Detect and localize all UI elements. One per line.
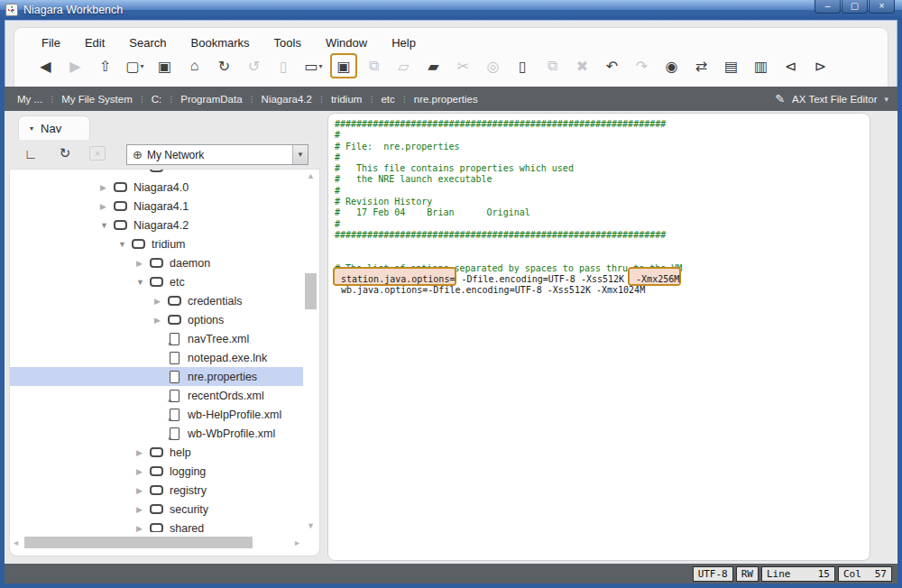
import-icon[interactable]: ▰ xyxy=(419,54,448,78)
flag-forward-icon[interactable]: ⊳ xyxy=(805,54,835,78)
tree-item-notepad-exe-lnk[interactable]: notepad.exe.lnk xyxy=(10,348,303,367)
expand-arrow-icon[interactable]: ▶ xyxy=(100,183,114,192)
tree-item-wb-wbprofile-xml[interactable]: wb-WbProfile.xml xyxy=(10,424,303,443)
col-indicator: Col 57 xyxy=(838,566,892,582)
tree-item-help[interactable]: ▶help xyxy=(10,443,303,462)
open-folder-icon[interactable]: ▭▾ xyxy=(299,54,328,78)
nav-toolbar: ∟↻× xyxy=(21,145,106,161)
expand-arrow-icon[interactable]: ▶ xyxy=(136,259,150,268)
view-switcher[interactable]: ✎ AX Text File Editor ▾ xyxy=(775,92,888,106)
folder-icon xyxy=(114,220,127,230)
breadcrumb-separator-icon: ⋮ xyxy=(167,95,175,104)
menu-item-search[interactable]: Search xyxy=(129,36,166,50)
nav-tree-icon[interactable]: ∟ xyxy=(21,146,41,161)
tree-item-shared[interactable]: ▶shared xyxy=(10,519,303,532)
tree-item-label: tridium xyxy=(152,238,186,251)
tree-vertical-scrollbar[interactable]: ▲ ▼ xyxy=(304,171,318,530)
tree-item-logging[interactable]: ▶logging xyxy=(10,462,303,481)
breadcrumb-item-nre-properties[interactable]: nre.properties xyxy=(414,94,478,105)
undo-icon[interactable]: ↶ xyxy=(597,54,627,78)
tree-horizontal-scrollbar[interactable]: ◂ ▸ xyxy=(14,537,299,548)
combo-dropdown-button[interactable]: ▼ xyxy=(292,145,308,164)
text-editor[interactable]: ########################################… xyxy=(327,113,870,561)
refresh-icon[interactable]: ↻ xyxy=(209,54,239,78)
tree-item-registry[interactable]: ▶registry xyxy=(10,481,303,500)
breadcrumb-item-my[interactable]: My ... xyxy=(17,94,42,105)
rename-icon[interactable]: ⇄ xyxy=(686,54,716,78)
tree-item-niagara4-2[interactable]: ▼Niagara4.2 xyxy=(10,216,303,234)
expand-arrow-icon[interactable]: ▶ xyxy=(136,524,150,533)
scroll-left-icon[interactable]: ◂ xyxy=(14,537,18,548)
expand-arrow-icon[interactable]: ▶ xyxy=(136,505,150,514)
code-segment: # xyxy=(335,152,340,162)
expand-arrow-icon[interactable]: ▶ xyxy=(136,486,150,495)
expand-arrow-icon[interactable]: ▶ xyxy=(136,448,150,457)
menu-toolbar-card: FileEditSearchBookmarksToolsWindowHelp ◀… xyxy=(14,27,888,87)
menu-item-file[interactable]: File xyxy=(41,36,60,50)
tree-item-credentials[interactable]: ▶credentials xyxy=(10,291,303,310)
tree-item-partial[interactable] xyxy=(10,170,303,178)
minimize-button[interactable]: ‒ xyxy=(815,0,841,14)
maximize-button[interactable]: ▢ xyxy=(842,0,868,14)
tree-item-label: registry xyxy=(170,484,207,497)
expand-arrow-icon[interactable]: ▶ xyxy=(154,297,168,306)
home-icon[interactable]: ⌂ xyxy=(179,54,209,78)
tree-item-daemon[interactable]: ▶daemon xyxy=(10,253,303,272)
breadcrumb-item-etc[interactable]: etc xyxy=(381,94,394,105)
scroll-up-icon[interactable]: ▲ xyxy=(304,171,318,180)
tree-item-niagara4-0[interactable]: ▶Niagara4.0 xyxy=(10,178,303,197)
up-level-icon[interactable]: ⇧ xyxy=(90,54,120,78)
code-segment: ########################################… xyxy=(335,230,666,240)
nav-refresh-icon[interactable]: ↻ xyxy=(55,145,75,161)
tree-item-etc[interactable]: ▼etc xyxy=(10,272,303,291)
station-icon[interactable]: ▣ xyxy=(150,54,179,78)
menu-item-help[interactable]: Help xyxy=(391,36,416,50)
tree-item-recentords-xml[interactable]: recentOrds.xml xyxy=(10,386,303,405)
active-plugin-icon[interactable]: ▢▾ xyxy=(120,54,150,78)
folder-pages-icon[interactable]: ▤ xyxy=(716,54,746,78)
breadcrumb-item-niagara4-2[interactable]: Niagara4.2 xyxy=(262,94,312,105)
tree-item-nre-properties[interactable]: nre.properties xyxy=(10,367,303,386)
vertical-scroll-thumb[interactable] xyxy=(305,273,317,309)
collapse-arrow-icon[interactable]: ▼ xyxy=(136,278,150,287)
collapse-arrow-icon[interactable]: ▼ xyxy=(118,240,132,249)
tree-item-label: daemon xyxy=(170,257,210,270)
editor-content[interactable]: ########################################… xyxy=(328,114,870,297)
expand-arrow-icon[interactable]: ▶ xyxy=(100,202,114,211)
tree-item-options[interactable]: ▶options xyxy=(10,310,303,329)
horizontal-scroll-thumb[interactable] xyxy=(24,537,253,548)
expand-arrow-icon[interactable]: ▶ xyxy=(136,467,150,476)
breadcrumb-item-programdata[interactable]: ProgramData xyxy=(180,94,242,105)
menu-item-edit[interactable]: Edit xyxy=(85,36,105,50)
flag-back-icon[interactable]: ⊲ xyxy=(776,54,805,78)
tree-item-navtree-xml[interactable]: navTree.xml xyxy=(10,329,303,348)
breadcrumb-separator-icon: ⋮ xyxy=(318,95,326,104)
breadcrumb-item-c[interactable]: C: xyxy=(152,94,162,105)
close-button[interactable]: × xyxy=(869,0,895,14)
folder-home-icon[interactable]: ▥ xyxy=(746,54,776,78)
tree-item-tridium[interactable]: ▼tridium xyxy=(10,234,303,253)
tree-item-security[interactable]: ▶security xyxy=(10,500,303,519)
menu-item-bookmarks[interactable]: Bookmarks xyxy=(191,36,250,50)
scroll-down-icon[interactable]: ▼ xyxy=(304,521,318,530)
breadcrumb-separator-icon: ⋮ xyxy=(138,95,146,104)
tree-item-wb-helpprofile-xml[interactable]: wb-HelpProfile.xml xyxy=(10,405,303,424)
collapse-arrow-icon[interactable]: ▼ xyxy=(100,221,114,230)
paste-icon[interactable]: ▯ xyxy=(508,54,538,78)
tree-item-niagara4-1[interactable]: ▶Niagara4.1 xyxy=(10,197,303,216)
back-icon[interactable]: ◀ xyxy=(31,54,60,78)
network-selector[interactable]: ⊕ My Network ▼ xyxy=(126,144,308,165)
save-icon[interactable]: ▣ xyxy=(330,53,357,78)
menu-item-window[interactable]: Window xyxy=(326,36,367,50)
find-icon[interactable]: ◉ xyxy=(657,54,686,78)
breadcrumb-item-my-file-system[interactable]: My File System xyxy=(61,94,133,105)
title-bar: Niagara Workbench ‒▢× xyxy=(0,0,902,20)
scroll-right-icon[interactable]: ▸ xyxy=(295,537,299,548)
tab-nav[interactable]: ▾ Nav xyxy=(18,115,90,140)
menu-item-tools[interactable]: Tools xyxy=(274,36,301,50)
code-segment: # the NRE launch executable xyxy=(335,174,492,184)
expand-arrow-icon[interactable]: ▶ xyxy=(154,316,168,325)
breadcrumb-item-tridium[interactable]: tridium xyxy=(331,94,363,105)
col-value: 57 xyxy=(875,568,887,580)
forward-icon: ▶ xyxy=(60,54,90,78)
